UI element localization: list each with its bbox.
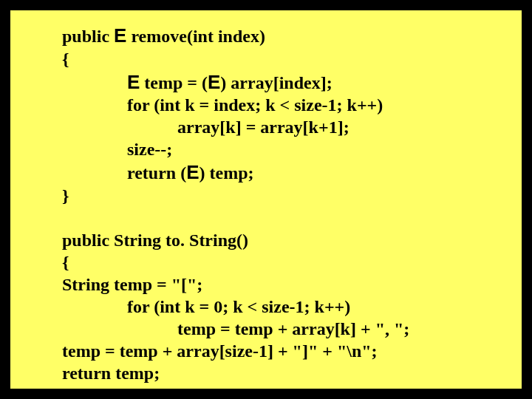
txt: { [62, 253, 69, 272]
code-line: return temp; [16, 362, 516, 384]
code-blank [16, 207, 516, 229]
code-line: size--; [16, 138, 516, 160]
kw: public [62, 27, 114, 46]
generic-E: E [186, 161, 199, 183]
code-line: return (E) temp; [16, 160, 516, 185]
txt: ) array[index]; [220, 73, 332, 92]
code-line: { [16, 251, 516, 273]
txt: temp = temp + array[size-1] + "]" + "\n"… [62, 341, 378, 361]
code-line: { [16, 48, 516, 70]
code-line: temp = temp + array[k] + ", "; [16, 318, 516, 340]
txt: } [62, 386, 69, 400]
code-line: public E remove(int index) [16, 24, 516, 48]
txt: return temp; [62, 364, 160, 383]
txt: array[k] = array[k+1]; [177, 117, 349, 137]
generic-E: E [114, 24, 126, 47]
txt: ) temp; [200, 163, 254, 183]
txt: size--; [127, 140, 172, 159]
code-line: for (int k = 0; k < size-1; k++) [16, 296, 516, 318]
code-line: public String to. String() [16, 229, 516, 251]
generic-E: E [208, 71, 220, 93]
txt: } [62, 186, 69, 205]
code-slide: public E remove(int index) { E temp = (E… [9, 9, 523, 390]
code-line: E temp = (E) array[index]; [16, 70, 516, 95]
txt: return ( [127, 163, 186, 183]
code-line: String temp = "["; [16, 273, 516, 296]
txt: public String to. String() [62, 231, 248, 250]
txt: temp = ( [140, 73, 208, 92]
code-line: for (int k = index; k < size-1; k++) [16, 94, 516, 116]
code-line: temp = temp + array[size-1] + "]" + "\n"… [16, 340, 516, 362]
code-line: array[k] = array[k+1]; [16, 116, 516, 138]
txt: String temp = "["; [62, 275, 202, 294]
txt: { [62, 50, 69, 69]
generic-E: E [127, 71, 140, 93]
code-line: } [16, 185, 516, 207]
txt: remove(int index) [126, 27, 265, 46]
code-line: } [16, 384, 516, 400]
txt: temp = temp + array[k] + ", "; [177, 319, 409, 338]
txt: for (int k = index; k < size-1; k++) [127, 95, 383, 115]
txt [62, 208, 66, 228]
txt: for (int k = 0; k < size-1; k++) [127, 297, 350, 316]
